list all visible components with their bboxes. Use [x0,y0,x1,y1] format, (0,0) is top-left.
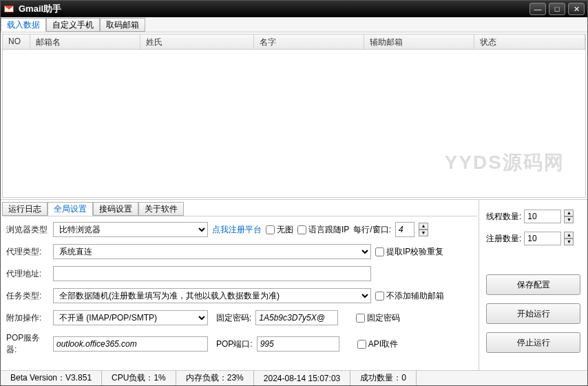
col-aux-mail[interactable]: 辅助邮箱 [364,34,474,49]
register-link[interactable]: 点我注册平台 [212,224,262,236]
per-row-label: 每行/窗口: [353,224,391,236]
label-extra-op: 附加操作: [6,312,49,324]
maximize-button[interactable]: □ [549,3,565,15]
top-tabs: 载入数据 自定义手机 取码邮箱 [1,17,587,32]
per-row-up[interactable]: ▲ [419,223,428,230]
api-recv-check[interactable] [357,340,366,349]
window-title: Gmail助手 [19,3,529,15]
tab-fetch-mailbox[interactable]: 取码邮箱 [100,18,145,32]
tab-sms-settings[interactable]: 接码设置 [93,202,138,216]
ip-check-check[interactable] [375,247,384,256]
label-fix-pwd: 固定密码: [216,312,251,324]
grid-body[interactable]: YYDS源码网 [3,50,585,197]
ip-check-label: 提取IP校验重复 [386,246,443,258]
label-proxy-addr: 代理地址: [6,268,49,280]
stop-button[interactable]: 停止运行 [486,332,580,353]
proxy-addr-input[interactable] [53,266,371,281]
no-image-check[interactable] [266,225,275,234]
close-button[interactable]: ✕ [568,3,585,15]
status-cpu: CPU负载：1% [102,371,176,385]
fix-pwd-chk-label: 固定密码 [367,312,400,324]
no-image-label: 无图 [277,224,293,236]
titlebar: Gmail助手 — □ ✕ [1,1,587,17]
col-firstname[interactable]: 名字 [254,34,364,49]
per-row-input[interactable] [395,222,414,237]
tab-custom-phone[interactable]: 自定义手机 [46,18,100,32]
tab-load-data[interactable]: 载入数据 [1,18,46,32]
right-panel: 线程数量: ▲▼ 注册数量: ▲▼ 保存配置 开始运行 停止运行 [479,200,587,370]
tab-about[interactable]: 关于软件 [138,202,184,216]
gmail-icon [3,3,14,14]
regcount-up[interactable]: ▲ [564,232,574,238]
extra-op-select[interactable]: 不开通 (IMAP/POP/SMTP) [53,310,208,325]
watermark: YYDS源码网 [445,150,565,176]
proxy-type-select[interactable]: 系统直连 [53,244,371,259]
minimize-button[interactable]: — [529,3,546,15]
regcount-label: 注册数量: [486,233,521,245]
label-browser: 浏览器类型 [6,224,49,236]
no-aux-label: 不添加辅助邮箱 [386,290,444,302]
status-mem: 内存负载：23% [176,371,254,385]
status-success: 成功数量：0 [350,371,417,385]
col-status[interactable]: 状态 [474,34,585,49]
grid-header: NO 邮箱名 姓氏 名字 辅助邮箱 状态 [3,34,585,50]
status-time: 2024-08-14 15:07:03 [254,371,350,385]
save-button[interactable]: 保存配置 [486,274,580,295]
lang-ip-label: 语言跟随IP [308,224,349,236]
browser-select[interactable]: 比特浏览器 [53,222,208,237]
tab-log[interactable]: 运行日志 [2,202,48,216]
api-recv-label: API取件 [368,338,398,350]
start-button[interactable]: 开始运行 [486,303,580,324]
regcount-input[interactable] [524,232,561,245]
no-aux-check[interactable] [375,292,384,301]
label-task-type: 任务类型: [6,290,49,302]
threads-input[interactable] [524,210,561,223]
tab-global-settings[interactable]: 全局设置 [48,202,93,216]
lang-ip-check[interactable] [297,225,306,234]
bottom-tabs: 运行日志 全局设置 接码设置 关于软件 [2,201,477,216]
status-bar: Beta Version：V3.851 CPU负载：1% 内存负载：23% 20… [1,370,587,385]
status-version: Beta Version：V3.851 [1,371,102,385]
data-grid: NO 邮箱名 姓氏 名字 辅助邮箱 状态 YYDS源码网 [2,34,586,198]
label-pop-server: POP服务器: [6,332,49,356]
threads-label: 线程数量: [486,211,521,223]
threads-up[interactable]: ▲ [564,210,574,216]
fix-pwd-input[interactable] [255,310,338,325]
threads-down[interactable]: ▼ [564,216,574,223]
per-row-down[interactable]: ▼ [419,230,428,236]
task-type-select[interactable]: 全部数据随机(注册数量填写为准，其他以载入数据数量为准) [53,288,371,303]
col-mailbox[interactable]: 邮箱名 [30,34,140,49]
pop-port-input[interactable] [257,336,339,352]
pop-server-input[interactable] [53,336,208,352]
col-lastname[interactable]: 姓氏 [140,34,254,49]
label-proxy-type: 代理类型: [6,246,49,258]
label-pop-port: POP端口: [216,338,253,350]
fix-pwd-check[interactable] [356,314,365,323]
col-no[interactable]: NO [3,34,30,49]
regcount-down[interactable]: ▼ [564,238,574,245]
